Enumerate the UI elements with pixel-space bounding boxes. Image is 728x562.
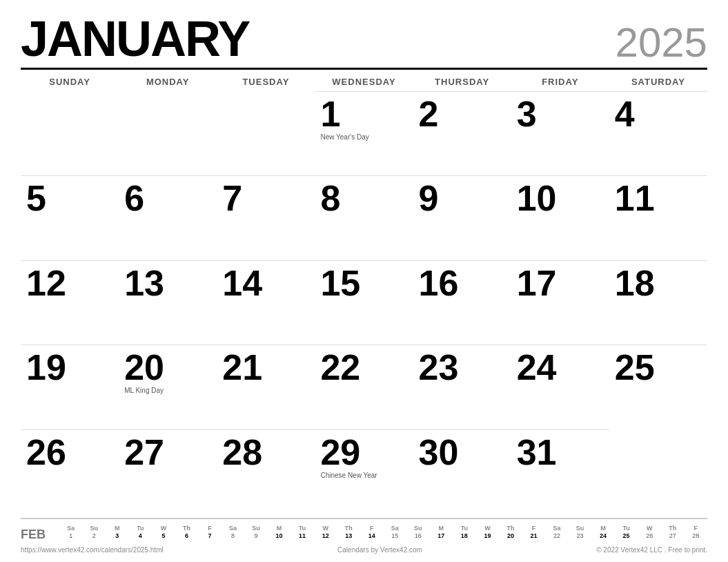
cal-cell-30: 30	[413, 429, 511, 514]
cal-cell-23: 23	[413, 345, 511, 429]
cal-cell-16: 16	[413, 260, 511, 345]
cal-cell-26: 26	[21, 429, 119, 514]
mini-header: Su	[569, 525, 592, 532]
day-number-2: 2	[419, 96, 439, 132]
mini-header: M	[106, 525, 129, 532]
cal-cell-24: 24	[511, 345, 609, 429]
mini-header: Su	[406, 525, 430, 532]
mini-header: M	[430, 525, 453, 532]
cal-cell-7: 7	[217, 175, 315, 260]
day-number-17: 17	[517, 265, 557, 301]
cal-cell-18: 18	[609, 260, 707, 345]
mini-day-10: 10	[268, 532, 291, 540]
mini-header: Sa	[222, 525, 245, 532]
cal-cell-8: 8	[315, 175, 413, 260]
mini-header: M	[268, 525, 291, 532]
day-number-27: 27	[124, 434, 164, 470]
mini-day-22: 22	[545, 532, 569, 540]
day-number-12: 12	[26, 265, 66, 301]
footer-center: Calendars by Vertex42.com	[337, 546, 422, 554]
day-number-7: 7	[222, 180, 242, 216]
cal-cell-3: 3	[511, 91, 609, 175]
day-header-saturday: SATURDAY	[609, 72, 707, 90]
mini-day-18: 18	[453, 532, 476, 540]
footer-right: © 2022 Vertex42 LLC . Free to print.	[596, 546, 707, 554]
cal-cell-31: 31	[511, 429, 609, 514]
cal-cell-12: 12	[21, 260, 119, 345]
calendar-grid: 1New Year's Day2345678910111213141516171…	[21, 91, 707, 514]
day-header-monday: MONDAY	[119, 72, 217, 90]
mini-header: F	[522, 525, 546, 532]
cal-cell-empty-0-2	[217, 91, 315, 175]
day-number-16: 16	[419, 265, 459, 301]
day-number-21: 21	[222, 349, 262, 385]
day-number-3: 3	[517, 96, 537, 132]
mini-day-9: 9	[244, 532, 268, 540]
day-number-25: 25	[615, 349, 655, 385]
mini-day-7: 7	[198, 532, 222, 540]
cal-cell-empty-0-1	[119, 91, 217, 175]
cal-cell-27: 27	[119, 429, 217, 514]
mini-day-25: 25	[615, 532, 638, 540]
day-number-24: 24	[517, 349, 557, 385]
mini-day-12: 12	[314, 532, 337, 540]
year-title: 2025	[616, 22, 707, 64]
mini-header: W	[152, 525, 175, 532]
day-header-wednesday: WEDNESDAY	[315, 72, 413, 90]
mini-header: M	[591, 525, 615, 532]
day-number-26: 26	[26, 434, 66, 470]
day-number-13: 13	[124, 265, 164, 301]
mini-header: Su	[83, 525, 106, 532]
cal-cell-9: 9	[413, 175, 511, 260]
day-number-28: 28	[222, 434, 262, 470]
mini-header: F	[198, 525, 222, 532]
mini-day-4: 4	[129, 532, 153, 540]
day-number-4: 4	[615, 96, 635, 132]
mini-header: Th	[175, 525, 199, 532]
cal-cell-14: 14	[217, 260, 315, 345]
mini-day-26: 26	[638, 532, 661, 540]
mini-day-6: 6	[175, 532, 199, 540]
mini-day-23: 23	[569, 532, 592, 540]
footer-url: https://www.vertex42.com/calendars/2025.…	[21, 546, 164, 554]
cal-cell-11: 11	[609, 175, 707, 260]
mini-day-5: 5	[152, 532, 175, 540]
day-headers: SUNDAYMONDAYTUESDAYWEDNESDAYTHURSDAYFRID…	[21, 72, 707, 90]
mini-day-20: 20	[499, 532, 522, 540]
day-number-29: 29	[320, 434, 360, 470]
day-number-31: 31	[517, 434, 557, 470]
mini-day-17: 17	[430, 532, 453, 540]
cal-cell-20: 20ML King Day	[119, 345, 217, 429]
day-header-thursday: THURSDAY	[413, 72, 511, 90]
cal-cell-empty-0-0	[21, 91, 119, 175]
day-header-tuesday: TUESDAY	[217, 72, 315, 90]
cal-cell-22: 22	[315, 345, 413, 429]
cal-cell-6: 6	[119, 175, 217, 260]
day-number-14: 14	[222, 265, 262, 301]
cal-cell-25: 25	[609, 345, 707, 429]
mini-calendar-grid: SaSuMTuWThFSaSuMTuWThFSaSuMTuWThFSaSuMTu…	[59, 525, 707, 540]
mini-header: Sa	[383, 525, 406, 532]
mini-day-28: 28	[684, 532, 707, 540]
day-number-5: 5	[26, 180, 46, 216]
cal-cell-empty-4-6	[609, 429, 707, 514]
day-number-15: 15	[320, 265, 360, 301]
mini-month-label: FEB	[21, 525, 48, 542]
mini-day-24: 24	[591, 532, 615, 540]
day-number-22: 22	[320, 349, 360, 385]
day-header-friday: FRIDAY	[511, 72, 609, 90]
mini-header: F	[360, 525, 384, 532]
cal-cell-28: 28	[217, 429, 315, 514]
mini-day-21: 21	[522, 532, 546, 540]
cal-cell-2: 2	[413, 91, 511, 175]
day-header-sunday: SUNDAY	[21, 72, 119, 90]
day-label-1: New Year's Day	[320, 133, 368, 142]
day-number-30: 30	[419, 434, 459, 470]
mini-header: F	[684, 525, 707, 532]
mini-day-11: 11	[291, 532, 314, 540]
month-title: JANUARY	[21, 14, 249, 64]
cal-cell-1: 1New Year's Day	[315, 91, 413, 175]
day-number-20: 20	[124, 349, 164, 385]
mini-header: Th	[661, 525, 685, 532]
mini-header: W	[314, 525, 337, 532]
